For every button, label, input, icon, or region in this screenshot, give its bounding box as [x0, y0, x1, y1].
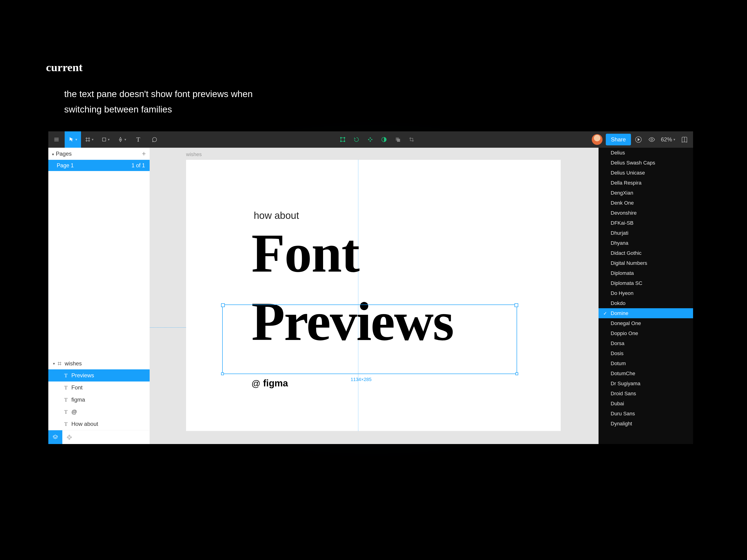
font-option[interactable]: Dotum	[598, 358, 693, 368]
text-how-about[interactable]: how about	[254, 210, 299, 221]
font-option[interactable]: Dhurjati	[598, 228, 693, 238]
pages-label: Pages	[56, 151, 72, 157]
font-option[interactable]: Dr Sugiyama	[598, 378, 693, 389]
font-option[interactable]: DengXian	[598, 188, 693, 198]
layer-item[interactable]: THow about	[48, 418, 150, 430]
chevron-down-icon: ▾	[673, 137, 675, 142]
menu-button[interactable]	[48, 131, 65, 148]
user-avatar[interactable]	[592, 134, 602, 145]
font-option[interactable]: Delius	[598, 148, 693, 158]
font-option[interactable]: Digital Numbers	[598, 258, 693, 268]
selection-box[interactable]	[222, 304, 517, 374]
font-option[interactable]: Delius Swash Caps	[598, 158, 693, 168]
font-option[interactable]: DotumChe	[598, 368, 693, 378]
top-toolbar: ▾ ▾ ▾ ▾ T	[48, 131, 693, 148]
add-page-button[interactable]: +	[142, 150, 146, 158]
chevron-down-icon: ▾	[108, 137, 110, 142]
font-option[interactable]: Didact Gothic	[598, 248, 693, 258]
font-option[interactable]: Dhyana	[598, 238, 693, 248]
toolbar-right: Share 62% ▾	[592, 131, 693, 148]
font-option[interactable]: Diplomata	[598, 268, 693, 278]
font-option[interactable]: Dubai	[598, 399, 693, 408]
text-tool[interactable]: T	[130, 131, 146, 148]
svg-point-10	[341, 137, 341, 138]
font-option[interactable]: Dorsa	[598, 338, 693, 348]
slide-caption: the text pane doesn't show font previews…	[64, 86, 274, 117]
text-figma[interactable]: figma	[263, 378, 288, 389]
layer-item[interactable]: T@	[48, 406, 150, 418]
font-option[interactable]: Droid Sans	[598, 389, 693, 399]
font-option[interactable]: Doppio One	[598, 328, 693, 338]
frame-icon	[57, 361, 62, 366]
font-option[interactable]: Duru Sans	[598, 408, 693, 419]
frame-row[interactable]: ▾ wishes	[48, 358, 150, 369]
help-button[interactable]	[678, 131, 690, 148]
font-option[interactable]: Do Hyeon	[598, 288, 693, 298]
layer-name: Font	[72, 384, 83, 391]
font-option[interactable]: DFKai-SB	[598, 218, 693, 228]
svg-point-13	[344, 141, 345, 142]
layer-item[interactable]: TFont	[48, 381, 150, 394]
svg-point-18	[651, 139, 653, 140]
presentation-slide: current the text pane doesn't show font …	[0, 0, 747, 560]
mask-icon[interactable]	[381, 136, 387, 142]
layer-item[interactable]: Tfigma	[48, 394, 150, 406]
reset-icon[interactable]	[354, 136, 360, 142]
frame-icon	[85, 136, 91, 142]
text-icon: T	[136, 136, 140, 143]
union-icon[interactable]	[395, 136, 401, 142]
comment-tool[interactable]	[146, 131, 163, 148]
pen-tool[interactable]: ▾	[114, 131, 130, 148]
text-layer-icon: T	[64, 384, 68, 391]
text-layer-icon: T	[64, 397, 68, 403]
chevron-down-icon: ▾	[124, 137, 126, 142]
component-icon[interactable]	[367, 136, 373, 142]
svg-point-8	[120, 139, 121, 140]
font-option[interactable]: Della Respira	[598, 178, 693, 188]
comment-icon	[152, 136, 158, 142]
square-icon	[101, 137, 107, 142]
frame-name: wishes	[65, 360, 82, 367]
pages-header[interactable]: ▾Pages +	[48, 148, 150, 160]
edit-object-icon[interactable]	[340, 136, 346, 142]
font-option[interactable]: Diplomata SC	[598, 278, 693, 288]
svg-rect-7	[102, 138, 106, 141]
layers-tree: ▾ wishes TPreviewsTFontTfigmaT@THow abou…	[48, 358, 150, 430]
zoom-menu[interactable]: 62% ▾	[659, 136, 678, 143]
canvas-frame-label[interactable]: wishes	[186, 152, 202, 158]
layers-tab[interactable]	[48, 430, 62, 444]
toolbar-center-actions	[163, 136, 592, 142]
font-option[interactable]: Denk One	[598, 198, 693, 208]
artboard[interactable]: how about Font Previews 1134×285 @ figma	[186, 160, 561, 431]
share-button[interactable]: Share	[606, 134, 631, 145]
present-button[interactable]	[632, 131, 645, 148]
shape-tool[interactable]: ▾	[97, 131, 114, 148]
font-option[interactable]: Domine	[598, 308, 693, 318]
text-at[interactable]: @	[251, 379, 260, 389]
view-settings-button[interactable]	[646, 131, 658, 148]
components-icon	[66, 434, 72, 440]
font-option[interactable]: Dynalight	[598, 419, 693, 429]
book-icon	[681, 136, 688, 143]
font-option[interactable]: Dosis	[598, 348, 693, 358]
app-columns: ▾Pages + Page 1 1 of 1 ▾ wishes	[48, 148, 693, 444]
font-option[interactable]: Dokdo	[598, 298, 693, 308]
layer-name: Previews	[72, 372, 94, 379]
layer-name: @	[72, 408, 77, 415]
assets-tab[interactable]	[62, 430, 76, 444]
crop-icon[interactable]	[409, 136, 415, 142]
frame-tool[interactable]: ▾	[81, 131, 97, 148]
font-option[interactable]: Delius Unicase	[598, 168, 693, 178]
left-footer	[48, 430, 150, 444]
page-count: 1 of 1	[131, 162, 145, 169]
layer-item[interactable]: TPreviews	[48, 369, 150, 381]
svg-point-11	[344, 137, 345, 138]
move-tool[interactable]: ▾	[65, 131, 81, 148]
page-item[interactable]: Page 1 1 of 1	[48, 160, 150, 171]
font-family-dropdown[interactable]: DeliusDelius Swash CapsDelius UnicaseDel…	[598, 148, 693, 444]
font-option[interactable]: Donegal One	[598, 318, 693, 328]
svg-rect-16	[397, 139, 400, 142]
canvas[interactable]: wishes how about Font Previews 1134×285 …	[150, 148, 598, 444]
text-font[interactable]: Font	[251, 222, 359, 285]
font-option[interactable]: Devonshire	[598, 208, 693, 218]
